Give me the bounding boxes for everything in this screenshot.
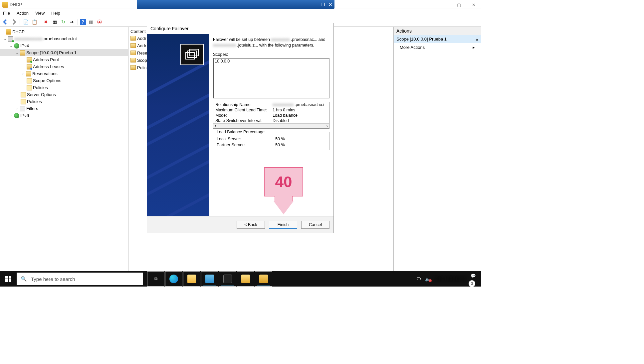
tree-scope[interactable]: ⌄ Scope [10.0.0.0] Prueba 1 [0,49,128,56]
menu-file[interactable]: File [3,11,10,16]
start-button[interactable] [0,271,17,287]
refresh-button[interactable]: ↻ [60,18,67,26]
tree-server-policies[interactable]: Policies [0,98,128,105]
tree-server-options[interactable]: Server Options [0,91,128,98]
scopes-label: Scopes: [213,52,329,57]
actions-more[interactable]: More Actions ▸ [394,43,481,52]
properties-button[interactable]: 📋 [31,18,38,26]
minimize-button[interactable]: — [437,0,452,9]
clock[interactable]: 00:00 00/00/0000 [434,277,467,281]
tree-address-leases[interactable]: Address Leases [0,63,128,70]
tree-label: Reservations [32,70,58,77]
tree-label: IPv6 [20,112,29,119]
details-scrollbar[interactable]: ‹ › [213,123,329,128]
tree-pane[interactable]: DHCP ⌄ xxxxxxxxxxxxx .pruebasnacho.int ⌄… [0,27,128,271]
close-button[interactable]: ✕ [466,0,481,9]
window-title: DHCP [10,2,22,7]
maximize-icon[interactable]: ❐ [321,2,325,7]
record-button[interactable]: ● [96,18,103,26]
tree-label: Address Leases [33,63,64,70]
task-view-button[interactable]: ⧉ [147,271,164,287]
tree-label: DHCP [12,28,25,35]
tree-label: IPv4 [20,42,29,49]
menu-action[interactable]: Action [17,11,29,16]
export-button[interactable]: ➔ [68,18,76,26]
system-tray: 🖵 🔈✕ 00:00 00/00/0000 💬3 [413,273,481,285]
tree-ipv6[interactable]: › IPv6 [0,112,128,119]
scroll-right-icon[interactable]: › [326,124,328,128]
search-placeholder: Type here to search [31,276,75,282]
view-button[interactable]: ▥ [87,18,95,26]
taskbar: 🔍 Type here to search ⧉ 🖵 🔈✕ 00:00 00/00… [0,271,481,287]
titlebar: DHCP — ❐ ✕ — ▢ ✕ [0,0,481,9]
tree-filters[interactable]: › Filters [0,105,128,112]
load-balance-group: Load Balance Percentage Local Server: 50… [213,132,329,150]
collapse-icon[interactable]: ▴ [476,37,478,42]
actions-scope-header[interactable]: Scope [10.0.0.0] Prueba 1 ▴ [394,35,481,43]
tree-ipv4[interactable]: ⌄ IPv4 [0,42,128,49]
tree-label: Server Options [27,91,56,98]
forward-button[interactable] [10,18,18,26]
tree-reservations[interactable]: › Reservations [0,70,128,77]
svg-rect-5 [5,279,8,282]
scopes-list[interactable]: 10.0.0.0 [213,58,329,98]
svg-rect-3 [5,276,8,279]
menu-help[interactable]: Help [51,11,60,16]
svg-rect-4 [9,276,11,279]
tree-label: Scope [10.0.0.0] Prueba 1 [26,49,77,56]
up-button[interactable]: 📄 [22,18,29,26]
server-manager-app[interactable] [201,271,218,287]
dialog-title: Configure Failover [147,23,333,34]
chevron-right-icon: ▸ [473,45,475,50]
windows-icon [5,276,11,282]
back-button[interactable]: < Back [237,221,265,229]
folder-stack-icon [180,44,204,65]
tree-scope-options[interactable]: Scope Options [0,77,128,84]
notes-app[interactable] [237,271,254,287]
tree-address-pool[interactable]: Address Pool [0,56,128,63]
svg-rect-6 [9,279,11,282]
dhcp-icon [2,2,8,8]
minimize-icon[interactable]: — [313,2,318,7]
tree-label: .pruebasnacho.int [43,35,77,42]
dialog-content: Failover will be set up between xxxxxxxx… [209,34,333,216]
failover-details: Relationship Name: xxxxxxxxxx .pruebasna… [213,102,329,129]
notifications-button[interactable]: 💬3 [471,273,477,285]
tree-label: Scope Options [33,77,61,84]
outer-window-controls: — ▢ ✕ [437,0,481,9]
tree-label: Policies [27,98,42,105]
menu-view[interactable]: View [35,11,45,16]
cmd-app[interactable] [219,271,236,287]
actions-header: Actions [394,27,481,35]
scroll-left-icon[interactable]: ‹ [215,124,216,128]
display-icon[interactable]: 🖵 [417,277,421,281]
close-icon[interactable]: ✕ [328,2,332,7]
edge-app[interactable] [165,271,182,287]
help-button[interactable]: ? [80,19,86,25]
app-window: DHCP — ❐ ✕ — ▢ ✕ File Action View Help 📄… [0,0,481,271]
file-explorer-app[interactable] [183,271,200,287]
taskbar-apps: ⧉ [147,271,272,287]
tree-label: Address Pool [33,56,59,63]
search-icon: 🔍 [21,276,27,282]
dhcp-app[interactable] [255,271,272,287]
tree-policies[interactable]: Policies [0,84,128,91]
maximize-button[interactable]: ▢ [452,0,466,9]
list-button[interactable]: ▦ [51,18,58,26]
delete-button[interactable]: ✖ [42,18,50,26]
menubar: File Action View Help [0,9,481,17]
back-button[interactable] [2,18,9,26]
volume-muted-icon[interactable]: 🔈✕ [425,277,430,282]
taskbar-search[interactable]: 🔍 Type here to search [17,273,143,285]
dialog-buttons: < Back Finish Cancel [147,216,333,233]
tree-label: Policies [33,84,48,91]
wizard-banner [147,34,209,216]
svg-rect-1 [188,51,196,58]
tree-label: Filters [26,105,38,112]
finish-button[interactable]: Finish [269,221,297,229]
actions-pane: Actions Scope [10.0.0.0] Prueba 1 ▴ More… [393,27,481,271]
tree-server[interactable]: ⌄ xxxxxxxxxxxxx .pruebasnacho.int [0,35,128,42]
cancel-button[interactable]: Cancel [301,221,329,229]
tree-root[interactable]: DHCP [0,28,128,35]
inner-window-titlebar: — ❐ ✕ [137,0,334,9]
